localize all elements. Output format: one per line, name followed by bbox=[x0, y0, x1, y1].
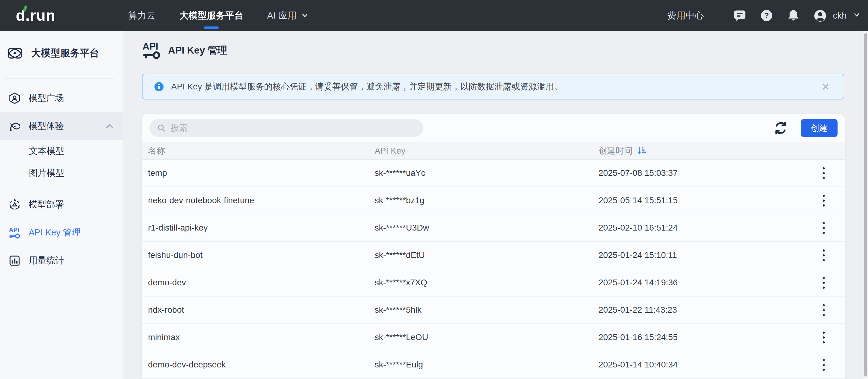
sidebar-item-model-experience[interactable]: 模型体验 bbox=[0, 112, 123, 140]
chat-icon[interactable] bbox=[733, 9, 746, 22]
api-key-created-time: 2025-07-08 15:03:37 bbox=[592, 168, 802, 178]
api-key-name: demo-dev-deepseek bbox=[142, 360, 369, 370]
toolbar-actions: 创建 bbox=[773, 119, 838, 137]
create-button[interactable]: 创建 bbox=[801, 119, 838, 137]
column-header-name: 名称 bbox=[142, 145, 369, 157]
table-row: r1-distill-api-key sk-******U3Dw 2025-02… bbox=[142, 214, 845, 242]
info-icon bbox=[154, 81, 164, 92]
column-label: 名称 bbox=[148, 145, 165, 157]
row-actions-kebab-icon[interactable] bbox=[818, 356, 829, 374]
row-actions-kebab-icon[interactable] bbox=[818, 219, 829, 237]
api-key-masked-value: sk-******5hlk bbox=[369, 305, 592, 315]
nav-item-ai-apps[interactable]: AI 应用 bbox=[267, 0, 309, 31]
top-navbar: d.run 算力云 大模型服务平台 AI 应用 费用中心 ? bbox=[0, 0, 868, 31]
table-row: demo-dev sk-******x7XQ 2025-01-24 14:19:… bbox=[142, 269, 845, 297]
search-icon bbox=[157, 123, 166, 133]
chevron-down-icon bbox=[301, 11, 309, 20]
api-key-name: ndx-robot bbox=[142, 305, 369, 315]
sidebar-item-model-deploy[interactable]: 模型部署 bbox=[0, 191, 123, 219]
table-toolbar: 创建 bbox=[142, 114, 845, 142]
platform-logo-icon bbox=[6, 44, 24, 62]
vertical-scrollbar-thumb[interactable] bbox=[864, 33, 867, 377]
sidebar-divider bbox=[4, 78, 115, 79]
sidebar-spacer bbox=[0, 184, 123, 191]
model-plaza-icon bbox=[8, 92, 21, 105]
column-label: 创建时间 bbox=[598, 145, 632, 157]
column-header-created-time: 创建时间 bbox=[592, 145, 802, 157]
user-menu[interactable]: ckh bbox=[813, 9, 861, 22]
info-banner: API Key 是调用模型服务的核心凭证，请妥善保管，避免泄露，并定期更新，以防… bbox=[142, 74, 844, 100]
usage-stats-icon bbox=[8, 254, 21, 267]
sidebar-item-label: 用量统计 bbox=[29, 254, 64, 267]
row-actions-kebab-icon[interactable] bbox=[818, 192, 829, 210]
avatar-icon bbox=[813, 9, 827, 22]
refresh-icon[interactable] bbox=[773, 120, 788, 136]
model-deploy-icon bbox=[8, 198, 21, 211]
column-label: API Key bbox=[375, 146, 405, 156]
model-experience-icon bbox=[8, 119, 21, 133]
nav-item-llm-platform[interactable]: 大模型服务平台 bbox=[179, 0, 243, 31]
sidebar-subitem-text-models[interactable]: 文本模型 bbox=[0, 140, 123, 162]
sidebar-item-usage-stats[interactable]: 用量统计 bbox=[0, 247, 123, 275]
table-row: minimax sk-******LeOU 2025-01-16 15:24:5… bbox=[142, 324, 845, 351]
nav-item-label: AI 应用 bbox=[267, 9, 297, 22]
nav-item-label: 算力云 bbox=[128, 9, 156, 22]
api-key-masked-value: sk-******LeOU bbox=[369, 333, 592, 342]
api-key-name: minimax bbox=[142, 333, 369, 342]
chevron-up-icon[interactable] bbox=[105, 123, 114, 130]
api-key-created-time: 2025-01-14 10:40:34 bbox=[592, 360, 802, 370]
search-input[interactable] bbox=[170, 123, 416, 133]
nav-item-compute-cloud[interactable]: 算力云 bbox=[128, 0, 156, 31]
row-actions-kebab-icon[interactable] bbox=[818, 246, 829, 264]
api-key-masked-value: sk-******dEtU bbox=[369, 250, 592, 260]
banner-close-icon[interactable] bbox=[820, 81, 831, 92]
api-key-icon: API bbox=[8, 226, 21, 239]
api-key-name: temp bbox=[142, 168, 369, 178]
row-actions-kebab-icon[interactable] bbox=[818, 274, 829, 292]
sidebar-item-label: 模型体验 bbox=[29, 120, 64, 132]
sort-descending-icon[interactable] bbox=[636, 146, 646, 156]
username-text: ckh bbox=[833, 11, 847, 21]
api-key-masked-value: sk-******Eulg bbox=[369, 360, 592, 370]
api-key-masked-value: sk-******U3Dw bbox=[369, 223, 592, 233]
chevron-down-icon bbox=[853, 11, 861, 20]
api-key-created-time: 2025-02-10 16:51:24 bbox=[592, 223, 802, 233]
column-header-api-key: API Key bbox=[369, 146, 592, 156]
vertical-scrollbar-track[interactable] bbox=[863, 31, 868, 379]
help-icon[interactable]: ? bbox=[760, 9, 773, 22]
sidebar-item-label: API Key 管理 bbox=[29, 227, 81, 239]
sidebar-subitem-image-models[interactable]: 图片模型 bbox=[0, 162, 123, 184]
row-actions-kebab-icon[interactable] bbox=[818, 164, 829, 182]
api-key-created-time: 2025-01-16 15:24:55 bbox=[592, 333, 802, 342]
table-header: 名称 API Key 创建时间 bbox=[142, 142, 845, 160]
api-key-masked-value: sk-******x7XQ bbox=[369, 278, 592, 287]
api-key-masked-value: sk-******uaYc bbox=[369, 168, 592, 178]
api-key-page-icon: API bbox=[142, 41, 162, 60]
table-body: temp sk-******uaYc 2025-07-08 15:03:37 n… bbox=[142, 160, 845, 379]
svg-text:?: ? bbox=[764, 11, 769, 20]
nav-item-label: 大模型服务平台 bbox=[179, 9, 243, 22]
sidebar-header: 大模型服务平台 bbox=[0, 31, 123, 75]
sidebar-item-api-key[interactable]: API API Key 管理 bbox=[0, 219, 123, 247]
sidebar-title: 大模型服务平台 bbox=[31, 46, 99, 60]
api-key-name: neko-dev-notebook-finetune bbox=[142, 196, 369, 205]
api-key-name: feishu-dun-bot bbox=[142, 250, 369, 260]
api-key-created-time: 2025-01-22 11:43:23 bbox=[592, 305, 802, 315]
billing-center-link[interactable]: 费用中心 bbox=[667, 9, 704, 22]
search-box[interactable] bbox=[149, 119, 423, 137]
page-header: API API Key 管理 bbox=[142, 39, 868, 62]
row-actions-kebab-icon[interactable] bbox=[818, 301, 829, 319]
table-row: demo-dev-deepseek sk-******Eulg 2025-01-… bbox=[142, 351, 845, 379]
svg-text:API: API bbox=[9, 227, 19, 233]
table-row: ndx-robot sk-******5hlk 2025-01-22 11:43… bbox=[142, 297, 845, 324]
drun-logo[interactable]: d.run bbox=[16, 0, 56, 31]
bell-icon[interactable] bbox=[787, 9, 800, 22]
api-key-table-card: 创建 名称 API Key 创建时间 bbox=[142, 114, 845, 379]
logo-text: d.run bbox=[16, 7, 56, 24]
table-row: temp sk-******uaYc 2025-07-08 15:03:37 bbox=[142, 160, 845, 187]
primary-nav: 算力云 大模型服务平台 AI 应用 bbox=[128, 0, 309, 31]
navbar-right-group: 费用中心 ? bbox=[667, 0, 861, 31]
row-actions-kebab-icon[interactable] bbox=[818, 329, 829, 346]
sidebar-item-model-plaza[interactable]: 模型广场 bbox=[0, 84, 123, 112]
api-key-created-time: 2025-01-24 15:10:11 bbox=[592, 250, 802, 260]
